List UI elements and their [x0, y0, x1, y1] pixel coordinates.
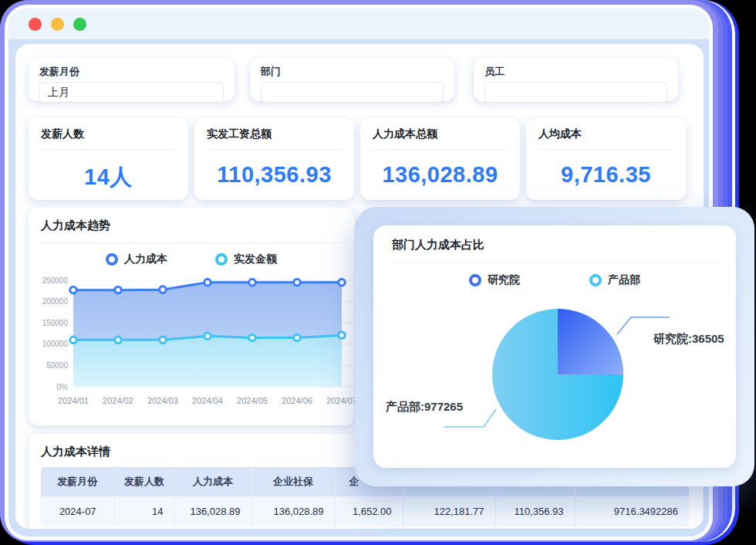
pie-label-product-dept: 产品部:977265	[385, 400, 463, 413]
divider	[41, 242, 342, 243]
kpi-net-pay-title: 实发工资总额	[207, 127, 342, 141]
legend-swatch-icon	[215, 253, 228, 266]
trend-line-chart: 250000200000150000100000500000%2024/0120…	[41, 271, 365, 410]
pie-chart: 研究院:36505 产品部:977265	[373, 292, 736, 468]
kpi-net-pay-total: 实发工资总额 110,356.93	[194, 118, 354, 200]
cell-value-8: 9716.3492286	[575, 496, 689, 527]
cell-social-security: 136,028.89	[251, 496, 335, 527]
col-company-social-security[interactable]: 企业社保	[251, 467, 335, 496]
trend-chart-title: 人力成本趋势	[41, 218, 342, 233]
svg-text:100000: 100000	[42, 340, 69, 348]
department-label: 部门	[261, 65, 444, 79]
kpi-per-capita-title: 人均成本	[538, 127, 673, 141]
col-headcount[interactable]: 发薪人数	[114, 467, 174, 496]
svg-text:2024/01: 2024/01	[58, 396, 89, 405]
pie-legend: 研究院 产品部	[373, 273, 736, 287]
table-row-partial[interactable]	[41, 527, 689, 529]
pay-month-input[interactable]	[39, 82, 224, 103]
pie-card: 部门人力成本占比 研究院 产品部	[373, 225, 736, 468]
divider	[207, 149, 342, 150]
svg-text:2024/02: 2024/02	[103, 396, 133, 405]
divider	[392, 262, 717, 263]
col-pay-month[interactable]: 发薪月份	[41, 467, 114, 496]
legend-item-product-dept[interactable]: 产品部	[589, 273, 640, 287]
pie-slice-research-institute[interactable]	[558, 309, 623, 374]
filter-employee: 员工	[474, 58, 678, 101]
window-titlebar	[8, 8, 709, 39]
legend-swatch-icon	[589, 274, 602, 286]
svg-text:2024/03: 2024/03	[147, 396, 178, 405]
svg-text:2024/07: 2024/07	[326, 396, 357, 405]
svg-text:200000: 200000	[42, 297, 69, 306]
svg-text:2024/06: 2024/06	[282, 396, 312, 405]
kpi-net-pay-value: 110,356.93	[207, 162, 342, 188]
cell-pay-month: 2024-07	[41, 496, 114, 527]
department-input[interactable]	[261, 82, 444, 103]
kpi-cost-per-capita: 人均成本 9,716.35	[526, 118, 686, 200]
employee-label: 员工	[484, 65, 667, 79]
divider	[373, 149, 508, 150]
legend-item-labor-cost[interactable]: 人力成本	[106, 252, 167, 266]
cell-headcount: 14	[114, 496, 174, 527]
svg-text:250000: 250000	[42, 276, 69, 285]
filter-department: 部门	[250, 58, 454, 101]
cell-value-7: 110,356.93	[495, 496, 575, 527]
cell-value-5: 1,652.00	[335, 496, 403, 527]
trend-chart-legend: 人力成本 实发金额	[41, 252, 342, 266]
legend-swatch-icon	[106, 253, 118, 266]
legend-label: 实发金额	[234, 252, 277, 266]
trend-chart-card: 人力成本趋势 人力成本 实发金额	[29, 208, 354, 425]
pie-overlay-card: 部门人力成本占比 研究院 产品部	[355, 207, 754, 486]
kpi-labor-cost-title: 人力成本总额	[373, 127, 508, 141]
zoom-window-button[interactable]	[73, 18, 86, 31]
divider	[538, 149, 673, 150]
legend-swatch-icon	[469, 274, 481, 286]
svg-text:2024/05: 2024/05	[237, 396, 268, 405]
minimize-window-button[interactable]	[51, 18, 64, 31]
kpi-labor-cost-value: 136,028.89	[373, 162, 508, 188]
kpi-headcount: 发薪人数 14人	[29, 118, 188, 200]
legend-label: 产品部	[608, 273, 640, 287]
kpi-per-capita-value: 9,716.35	[538, 162, 673, 188]
kpi-headcount-title: 发薪人数	[41, 127, 176, 141]
table-row[interactable]: 2024-07 14 136,028.89 136,028.89 1,652.0…	[41, 496, 689, 527]
screenshot-stage: 发薪月份 部门 员工 发薪人数 14人 实发工资	[0, 0, 756, 545]
col-labor-cost[interactable]: 人力成本	[174, 467, 251, 496]
kpi-headcount-value: 14人	[41, 162, 176, 193]
svg-text:50000: 50000	[46, 361, 68, 370]
legend-label: 人力成本	[124, 252, 167, 266]
employee-input[interactable]	[484, 82, 667, 103]
pie-label-research-institute: 研究院:36505	[653, 332, 724, 345]
pay-month-label: 发薪月份	[39, 65, 224, 79]
legend-label: 研究院	[488, 273, 520, 287]
filter-pay-month: 发薪月份	[29, 58, 235, 101]
close-window-button[interactable]	[29, 18, 42, 31]
svg-text:2024/04: 2024/04	[192, 396, 223, 405]
svg-text:0%: 0%	[57, 383, 69, 391]
kpi-labor-cost-total: 人力成本总额 136,028.89	[360, 118, 520, 200]
divider	[41, 149, 176, 150]
pie-chart-title: 部门人力成本占比	[392, 238, 484, 252]
legend-item-net-pay[interactable]: 实发金额	[215, 252, 277, 266]
cell-labor-cost: 136,028.89	[174, 496, 251, 527]
svg-text:150000: 150000	[42, 319, 69, 327]
legend-item-research-institute[interactable]: 研究院	[469, 273, 520, 287]
cell-value-6: 122,181.77	[403, 496, 495, 527]
